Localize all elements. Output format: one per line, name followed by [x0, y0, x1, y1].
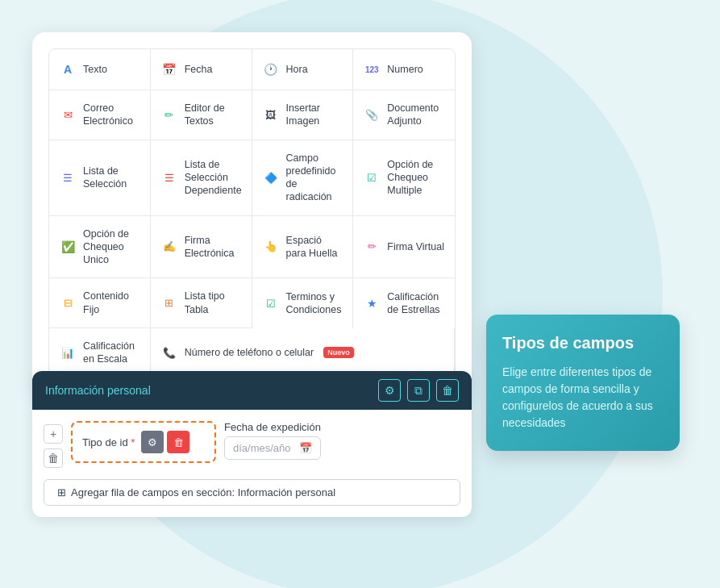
field-type-hora[interactable]: 🕐 Hora	[252, 49, 354, 90]
field-type-tabla[interactable]: ⊞ Lista tipo Tabla	[151, 278, 252, 328]
hora-label: Hora	[286, 63, 308, 76]
hora-icon: 🕐	[262, 60, 280, 78]
field-type-editor[interactable]: ✏ Editor de Textos	[151, 90, 252, 140]
add-row-label: Agregar fila de campos en sección: Infor…	[71, 486, 335, 498]
escala-label: Calificación en Escala	[83, 340, 140, 366]
info-card: Tipos de campos Elige entre diferentes t…	[486, 315, 680, 451]
correo-label: Correo Electrónico	[83, 102, 140, 128]
field-type-firma-virtual[interactable]: ✏ Firma Virtual	[353, 216, 455, 279]
field-type-escala[interactable]: 📊 Calificación en Escala	[49, 328, 151, 377]
form-section: Información personal ⚙ ⧉ 🗑 + 🗑 Tipo de i…	[32, 371, 472, 517]
field-type-calificacion-stars[interactable]: ★ Calificación de Estrellas	[353, 278, 455, 328]
terminos-label: Terminos y Condiciones	[286, 290, 343, 317]
telefono-icon: 📞	[160, 344, 178, 361]
terminos-icon: ☑	[262, 294, 280, 312]
telefono-label: Número de teléfono o celular	[185, 346, 314, 359]
field-type-terminos[interactable]: ☑ Terminos y Condiciones	[252, 278, 354, 328]
field-type-huella[interactable]: 👆 Espació para Huella	[252, 216, 354, 279]
field-type-lista-dep[interactable]: ☰ Lista de Selección Dependiente	[151, 140, 252, 216]
campo-pred-label: Campo predefinido de radicación	[286, 152, 343, 204]
info-card-title: Tipos de campos	[502, 334, 664, 352]
field-type-contenido[interactable]: ⊟ Contenido Fijo	[49, 278, 151, 328]
huella-icon: 👆	[262, 238, 280, 256]
calificacion-stars-icon: ★	[363, 294, 381, 312]
form-row-controls: + 🗑	[44, 421, 63, 468]
field-type-numero[interactable]: 123 Numero	[353, 49, 455, 90]
nuevo-badge: Nuevo	[323, 347, 354, 358]
tabla-icon: ⊞	[160, 294, 178, 312]
field-types-grid: A Texto 📅 Fecha 🕐 Hora 123 Numero ✉ Corr…	[48, 48, 456, 377]
field-type-fecha[interactable]: 📅 Fecha	[151, 49, 252, 90]
field-type-lista[interactable]: ☰ Lista de Selección	[49, 140, 151, 216]
imagen-icon: 🖼	[262, 106, 280, 123]
field1-label: Tipo de id *	[82, 436, 135, 448]
field-group-actions: ⚙ 🗑	[141, 431, 189, 453]
documento-label: Documento Adjunto	[387, 102, 445, 128]
field-type-opcion-unico[interactable]: ✅ Opción de Chequeo Unico	[49, 216, 151, 279]
delete-header-button[interactable]: 🗑	[436, 379, 459, 402]
correo-icon: ✉	[59, 106, 77, 123]
texto-icon: A	[59, 60, 77, 78]
calificacion-stars-label: Calificación de Estrellas	[387, 290, 445, 317]
fecha-icon: 📅	[160, 60, 178, 78]
add-row-icon: ⊞	[57, 486, 66, 498]
form-section-title: Información personal	[45, 384, 151, 397]
field-group-tipo-id: Tipo de id * ⚙ 🗑	[71, 421, 216, 463]
editor-icon: ✏	[160, 106, 178, 123]
settings-header-button[interactable]: ⚙	[378, 379, 401, 402]
tabla-label: Lista tipo Tabla	[185, 290, 242, 316]
lista-icon: ☰	[59, 169, 77, 186]
lista-dep-label: Lista de Selección Dependiente	[185, 158, 242, 198]
lista-label: Lista de Selección	[83, 165, 140, 191]
firma-virtual-label: Firma Virtual	[387, 240, 444, 253]
documento-icon: 📎	[363, 106, 381, 123]
field-type-imagen[interactable]: 🖼 Insertar Imagen	[252, 90, 354, 140]
field-type-correo[interactable]: ✉ Correo Electrónico	[49, 90, 151, 140]
campo-pred-icon: 🔷	[262, 169, 280, 186]
texto-label: Texto	[83, 63, 107, 76]
required-indicator: *	[131, 436, 135, 448]
opcion-check-icon: ☑	[363, 169, 381, 186]
firma-label: Firma Electrónica	[185, 234, 242, 261]
copy-header-button[interactable]: ⧉	[407, 379, 430, 402]
form-section-header-actions: ⚙ ⧉ 🗑	[378, 379, 459, 402]
field-type-firma[interactable]: ✍ Firma Electrónica	[151, 216, 252, 279]
form-section-header: Información personal ⚙ ⧉ 🗑	[32, 371, 472, 410]
fecha-label: Fecha	[185, 63, 213, 76]
huella-label: Espació para Huella	[286, 234, 343, 261]
form-body: + 🗑 Tipo de id * ⚙ 🗑 Fecha de expedición	[32, 410, 472, 517]
date-placeholder: día/mes/año	[233, 442, 291, 454]
remove-row-button[interactable]: 🗑	[44, 448, 63, 468]
add-row-fields-button[interactable]: ⊞ Agregar fila de campos en sección: Inf…	[44, 479, 460, 506]
date-input-wrapper[interactable]: día/mes/año 📅	[224, 436, 321, 460]
contenido-label: Contenido Fijo	[83, 290, 140, 316]
field-type-telefono[interactable]: 📞 Número de teléfono o celular Nuevo	[151, 328, 455, 377]
field-types-card: A Texto 📅 Fecha 🕐 Hora 123 Numero ✉ Corr…	[32, 32, 472, 394]
field-type-texto[interactable]: A Texto	[49, 49, 151, 90]
firma-icon: ✍	[160, 238, 178, 256]
field-type-documento[interactable]: 📎 Documento Adjunto	[353, 90, 455, 140]
add-row-button[interactable]: +	[44, 424, 63, 444]
date-field: Fecha de expedición día/mes/año 📅	[224, 421, 321, 460]
imagen-label: Insertar Imagen	[286, 102, 343, 128]
contenido-icon: ⊟	[59, 294, 77, 312]
numero-label: Numero	[387, 63, 422, 76]
field-settings-button[interactable]: ⚙	[141, 431, 164, 453]
escala-icon: 📊	[59, 344, 77, 361]
opcion-unico-icon: ✅	[59, 238, 77, 256]
form-row: + 🗑 Tipo de id * ⚙ 🗑 Fecha de expedición	[44, 421, 460, 468]
field2-label: Fecha de expedición	[224, 421, 321, 433]
field-delete-button[interactable]: 🗑	[167, 431, 189, 453]
field-type-campo-pred[interactable]: 🔷 Campo predefinido de radicación	[252, 140, 354, 216]
calendar-icon: 📅	[299, 442, 312, 454]
opcion-check-label: Opción de Chequeo Multiple	[387, 158, 445, 198]
opcion-unico-label: Opción de Chequeo Unico	[83, 227, 140, 267]
numero-icon: 123	[363, 60, 381, 78]
field-type-opcion-check[interactable]: ☑ Opción de Chequeo Multiple	[353, 140, 455, 216]
lista-dep-icon: ☰	[160, 169, 178, 186]
editor-label: Editor de Textos	[185, 102, 242, 128]
firma-virtual-icon: ✏	[363, 238, 381, 256]
info-card-text: Elige entre diferentes tipos de campos d…	[502, 364, 664, 432]
